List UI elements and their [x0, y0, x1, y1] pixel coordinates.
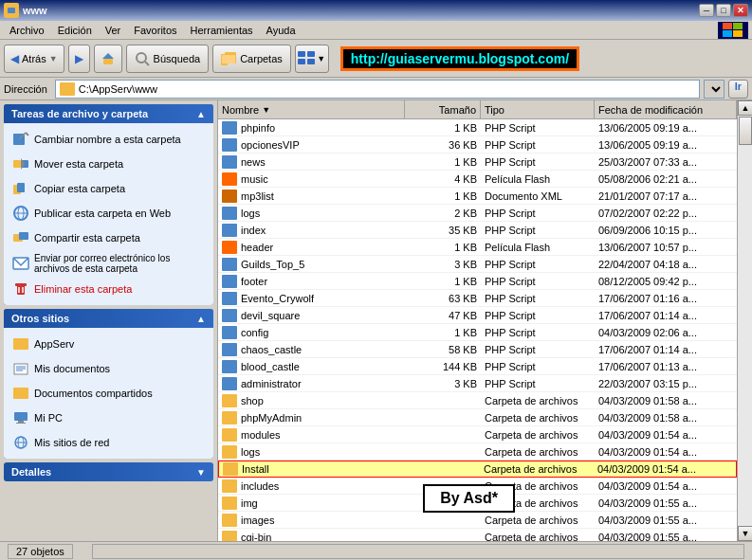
table-row[interactable]: cgi-bin Carpeta de archivos 04/03/2009 0…	[218, 529, 737, 541]
table-row[interactable]: devil_square 47 KB PHP Script 17/06/2007…	[218, 307, 737, 324]
php-icon	[222, 155, 237, 169]
sidebar-item-appserv[interactable]: AppServ	[6, 332, 211, 356]
table-row[interactable]: mp3list 1 KB Documento XML 21/01/2007 07…	[218, 188, 737, 205]
sidebar-item-shareddocs[interactable]: Documentos compartidos	[6, 381, 211, 406]
menu-ayuda[interactable]: Ayuda	[261, 23, 302, 38]
col-name-header[interactable]: Nombre ▼	[218, 100, 405, 118]
file-name-cell: Guilds_Top_5	[218, 258, 405, 271]
file-size: 4 KB	[405, 173, 481, 185]
sidebar-item-move[interactable]: Mover esta carpeta	[6, 152, 211, 176]
sidebar-item-publish[interactable]: Publicar esta carpeta en Web	[6, 201, 211, 226]
go-button[interactable]: Ir	[728, 80, 748, 99]
sidebar: Tareas de archivo y carpeta ▲ Cambiar no…	[0, 100, 218, 541]
table-row[interactable]: news 1 KB PHP Script 25/03/2007 07:33 a.…	[218, 154, 737, 171]
menu-favoritos[interactable]: Favoritos	[128, 23, 182, 38]
sidebar-item-rename[interactable]: Cambiar nombre a esta carpeta	[6, 127, 211, 152]
table-row[interactable]: chaos_castle 58 KB PHP Script 17/06/2007…	[218, 341, 737, 358]
sidebar-item-email[interactable]: Enviar por correo electrónico los archiv…	[6, 250, 211, 277]
file-name-cell: header	[218, 241, 405, 254]
table-row[interactable]: logs Carpeta de archivos 04/03/2009 01:5…	[218, 443, 737, 461]
forward-arrow-icon: ▶	[75, 52, 83, 65]
col-name-label: Nombre	[222, 104, 259, 116]
maximize-button[interactable]: □	[716, 4, 731, 17]
file-date: 04/03/2009 01:55 a...	[595, 532, 737, 542]
menu-edicion[interactable]: Edición	[52, 23, 98, 38]
back-button[interactable]: ◀ Atrás ▼	[4, 45, 64, 73]
sidebar-item-share[interactable]: Compartir esta carpeta	[6, 226, 211, 250]
file-type: Carpeta de archivos	[481, 395, 595, 406]
scroll-down-button[interactable]: ▼	[738, 526, 752, 541]
vertical-scrollbar[interactable]: ▲ ▼	[737, 100, 752, 541]
php-icon	[222, 258, 237, 271]
table-row[interactable]: index 35 KB PHP Script 06/09/2006 10:15 …	[218, 222, 737, 239]
sidebar-othersites-header[interactable]: Otros sitios ▲	[4, 309, 213, 328]
col-size-header[interactable]: Tamaño	[405, 100, 481, 118]
table-row[interactable]: Evento_Crywolf 63 KB PHP Script 17/06/20…	[218, 290, 737, 307]
search-button[interactable]: Búsqueda	[126, 45, 210, 73]
col-date-label: Fecha de modificación	[598, 104, 703, 116]
file-size: 1 KB	[405, 276, 481, 287]
col-date-header[interactable]: Fecha de modificación	[595, 100, 737, 118]
file-date: 22/04/2007 04:18 a...	[595, 259, 737, 270]
sidebar-item-copy[interactable]: Copiar esta carpeta	[6, 176, 211, 201]
svg-rect-6	[103, 59, 113, 64]
sidebar-item-delete[interactable]: Eliminar esta carpeta	[6, 277, 211, 301]
file-date: 13/06/2007 10:57 p...	[595, 242, 737, 253]
status-bar: 27 objetos	[0, 541, 752, 560]
table-row[interactable]: music 4 KB Película Flash 05/08/2006 02:…	[218, 171, 737, 188]
email-label: Enviar por correo electrónico los archiv…	[34, 253, 206, 274]
address-folder-icon	[60, 82, 75, 96]
file-name: cgi-bin	[241, 532, 271, 542]
sidebar-tasks-header[interactable]: Tareas de archivo y carpeta ▲	[4, 104, 213, 123]
scroll-up-button[interactable]: ▲	[738, 100, 752, 116]
table-row[interactable]: images Carpeta de archivos 04/03/2009 01…	[218, 512, 737, 529]
table-row[interactable]: phpMyAdmin Carpeta de archivos 04/03/200…	[218, 409, 737, 426]
table-row[interactable]: config 1 KB PHP Script 04/03/2009 02:06 …	[218, 324, 737, 341]
file-name: index	[241, 225, 266, 236]
table-row[interactable]: administrator 3 KB PHP Script 22/03/2007…	[218, 375, 737, 392]
php-icon	[222, 207, 237, 220]
address-input[interactable]: C:\AppServ\www	[55, 80, 700, 99]
sidebar-item-mydocs[interactable]: Mis documentos	[6, 356, 211, 381]
table-row[interactable]: blood_castle 144 KB PHP Script 17/06/200…	[218, 358, 737, 375]
folder-icon	[222, 411, 237, 425]
file-name-cell: phpMyAdmin	[218, 411, 405, 425]
window-title: www	[23, 5, 47, 16]
scroll-thumb[interactable]	[739, 117, 752, 145]
menu-bar: Archivo Edición Ver Favoritos Herramient…	[0, 21, 752, 40]
watermark: By Asd*	[423, 484, 515, 513]
close-button[interactable]: ✕	[733, 4, 748, 17]
table-row[interactable]: opcionesVIP 36 KB PHP Script 13/06/2005 …	[218, 136, 737, 154]
view-icon	[298, 51, 317, 66]
file-date: 04/03/2009 01:54 a...	[594, 463, 736, 475]
menu-ver[interactable]: Ver	[100, 23, 127, 38]
table-row[interactable]: footer 1 KB PHP Script 08/12/2005 09:42 …	[218, 273, 737, 290]
table-row[interactable]: Guilds_Top_5 3 KB PHP Script 22/04/2007 …	[218, 256, 737, 273]
address-dropdown[interactable]	[704, 80, 724, 99]
sidebar-item-mypc[interactable]: Mi PC	[6, 406, 211, 430]
table-row[interactable]: logs 2 KB PHP Script 07/02/2007 02:22 p.…	[218, 205, 737, 222]
view-button[interactable]: ▼	[295, 45, 329, 73]
file-name: music	[241, 173, 268, 185]
file-name-cell: mp3list	[218, 190, 405, 203]
table-row[interactable]: header 1 KB Película Flash 13/06/2007 10…	[218, 239, 737, 256]
table-row[interactable]: Install Carpeta de archivos 04/03/2009 0…	[218, 461, 737, 478]
table-row[interactable]: modules Carpeta de archivos 04/03/2009 0…	[218, 426, 737, 443]
minimize-button[interactable]: ─	[699, 4, 714, 17]
up-button[interactable]	[94, 45, 122, 73]
sidebar-item-netsites[interactable]: Mis sitios de red	[6, 430, 211, 455]
forward-button[interactable]: ▶	[68, 45, 90, 73]
sidebar-details-header[interactable]: Detalles ▼	[4, 462, 213, 481]
table-row[interactable]: phpinfo 1 KB PHP Script 13/06/2005 09:19…	[218, 119, 737, 136]
folders-button[interactable]: Carpetas	[212, 45, 291, 73]
menu-herramientas[interactable]: Herramientas	[185, 23, 259, 38]
view-dropdown-icon[interactable]: ▼	[317, 54, 325, 63]
back-dropdown-icon[interactable]: ▼	[49, 54, 58, 63]
file-name-cell: logs	[218, 207, 405, 220]
scroll-track[interactable]	[738, 116, 752, 526]
svg-rect-3	[733, 23, 743, 29]
file-name-cell: administrator	[218, 377, 405, 390]
table-row[interactable]: shop Carpeta de archivos 04/03/2009 01:5…	[218, 392, 737, 409]
col-type-header[interactable]: Tipo	[481, 100, 595, 118]
menu-archivo[interactable]: Archivo	[4, 23, 50, 38]
